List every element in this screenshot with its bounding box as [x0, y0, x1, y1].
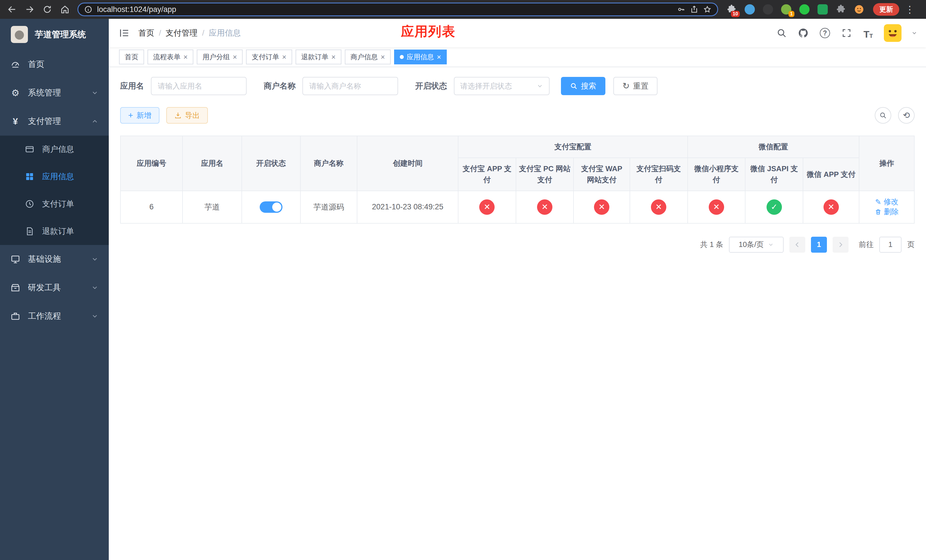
column-header-wechat-app: 微信 APP 支付 — [803, 158, 859, 191]
app-logo — [11, 26, 28, 43]
page-size-select[interactable]: 10条/页 — [729, 237, 784, 253]
breadcrumb-separator: / — [159, 29, 161, 38]
cell-name: 芋道 — [183, 191, 242, 223]
browser-extension-icon[interactable]: 1 — [780, 3, 792, 15]
cell-actions: ✎ 修改 删除 — [859, 191, 914, 223]
column-header-id: 应用编号 — [121, 136, 183, 191]
forward-icon[interactable] — [22, 2, 37, 17]
chevron-up-icon — [91, 118, 98, 125]
breadcrumb-home[interactable]: 首页 — [138, 28, 154, 38]
browser-extension-icon[interactable] — [762, 3, 774, 15]
cell-id: 6 — [121, 191, 183, 223]
tab-merchant-info[interactable]: 商户信息 × — [345, 50, 391, 64]
search-icon[interactable] — [776, 27, 788, 39]
status-select[interactable]: 请选择开启状态 — [454, 77, 549, 95]
clock-circle-icon — [24, 199, 35, 209]
home-icon[interactable] — [57, 2, 72, 17]
url-text[interactable]: localhost:1024/pay/app — [97, 5, 176, 14]
reload-icon[interactable] — [40, 2, 54, 17]
bookmark-star-icon[interactable] — [703, 5, 711, 14]
close-icon[interactable]: × — [331, 53, 336, 61]
help-icon[interactable] — [819, 27, 831, 39]
sidebar-item-label: 基础设施 — [28, 254, 61, 265]
search-button-label: 搜索 — [581, 81, 596, 91]
close-icon[interactable]: × — [437, 53, 441, 61]
add-button[interactable]: + 新增 — [120, 107, 159, 124]
export-button[interactable]: 导出 — [166, 107, 208, 124]
tab-process-form[interactable]: 流程表单 × — [147, 50, 193, 64]
next-page-button[interactable] — [832, 237, 849, 253]
app-name-input[interactable] — [151, 77, 247, 95]
close-icon[interactable]: × — [183, 53, 188, 61]
close-icon[interactable]: × — [233, 53, 237, 61]
main-area: 首页 / 支付管理 / 应用信息 — [109, 19, 926, 560]
search-button[interactable]: 搜索 — [561, 77, 605, 95]
chevron-down-icon — [91, 256, 98, 263]
browser-extension-icon[interactable] — [835, 3, 847, 15]
extensions-puzzle-icon[interactable]: 10 — [726, 3, 737, 15]
sidebar-item-system[interactable]: ⚙ 系统管理 — [0, 79, 109, 107]
back-icon[interactable] — [5, 2, 20, 17]
column-header-name: 应用名 — [183, 136, 242, 191]
delete-button[interactable]: 删除 — [875, 207, 899, 217]
browser-extension-icon[interactable] — [853, 3, 865, 15]
total-count: 共 1 条 — [700, 239, 723, 250]
sidebar-item-workflow[interactable]: 工作流程 — [0, 302, 109, 330]
browser-extension-icon[interactable] — [799, 3, 810, 15]
credit-card-icon — [24, 144, 35, 154]
address-bar[interactable]: localhost:1024/pay/app — [77, 3, 718, 16]
gear-icon: ⚙ — [10, 88, 21, 98]
prev-page-button[interactable] — [789, 237, 805, 253]
fullscreen-icon[interactable] — [841, 27, 853, 39]
tab-app-info[interactable]: 应用信息 × — [394, 50, 447, 64]
status-toggle[interactable] — [260, 201, 283, 213]
sidebar-item-infrastructure[interactable]: 基础设施 — [0, 245, 109, 274]
breadcrumb: 首页 / 支付管理 / 应用信息 — [138, 28, 241, 38]
chevron-down-icon — [91, 89, 98, 97]
goto-page-input[interactable] — [879, 237, 902, 253]
merchant-name-input[interactable] — [303, 77, 398, 95]
apps-table: 应用编号 应用名 开启状态 商户名称 创建时间 支付宝配置 微信配置 操作 支付… — [120, 136, 915, 224]
site-info-icon[interactable] — [84, 5, 92, 14]
sidebar-item-refund-order[interactable]: 退款订单 — [0, 218, 109, 245]
edit-button[interactable]: ✎ 修改 — [875, 197, 899, 207]
navbar-actions — [776, 24, 917, 42]
close-icon[interactable]: × — [282, 53, 286, 61]
sidebar-item-dev-tools[interactable]: 研发工具 — [0, 274, 109, 302]
avatar-caret-icon[interactable] — [911, 30, 917, 36]
current-page-button[interactable]: 1 — [811, 237, 827, 253]
github-icon[interactable] — [797, 27, 809, 39]
column-header-actions: 操作 — [859, 136, 914, 191]
tab-user-group[interactable]: 用户分组 × — [197, 50, 243, 64]
breadcrumb-payment[interactable]: 支付管理 — [166, 28, 198, 38]
sidebar-toggle-icon[interactable] — [117, 26, 131, 40]
sidebar-item-merchant-info[interactable]: 商户信息 — [0, 136, 109, 163]
sidebar-item-payment[interactable]: ¥ 支付管理 — [0, 107, 109, 136]
toggle-search-button[interactable] — [875, 107, 891, 124]
user-avatar[interactable] — [884, 24, 902, 42]
reset-button[interactable]: ↻ 重置 — [613, 77, 658, 95]
sidebar-item-home[interactable]: 首页 — [0, 50, 109, 79]
tab-pay-order[interactable]: 支付订单 × — [246, 50, 292, 64]
wechat-jsapi-enabled-icon — [767, 200, 782, 215]
chrome-update-button[interactable]: 更新 — [873, 3, 899, 16]
close-icon[interactable]: × — [381, 53, 385, 61]
browser-menu-icon[interactable]: ⋮ — [902, 4, 917, 15]
tab-home[interactable]: 首页 — [119, 50, 144, 64]
browser-extension-icon[interactable] — [817, 3, 829, 15]
font-size-icon[interactable] — [862, 27, 874, 39]
sidebar-item-app-info[interactable]: 应用信息 — [0, 163, 109, 190]
cell-merchant: 芋道源码 — [300, 191, 357, 223]
sidebar-item-label: 系统管理 — [28, 87, 61, 98]
toolbox-icon — [10, 283, 21, 293]
cell-created: 2021-10-23 08:49:25 — [357, 191, 458, 223]
tab-refund-order[interactable]: 退款订单 × — [295, 50, 341, 64]
plus-icon: + — [128, 111, 133, 120]
column-header-alipay-app: 支付宝 APP 支付 — [458, 158, 516, 191]
password-key-icon[interactable] — [677, 5, 685, 14]
share-icon[interactable] — [690, 5, 699, 14]
sidebar-item-pay-order[interactable]: 支付订单 — [0, 190, 109, 218]
refresh-table-button[interactable]: ⟲ — [898, 107, 915, 124]
browser-extension-icon[interactable] — [744, 3, 756, 15]
tab-label: 退款订单 — [301, 52, 328, 62]
